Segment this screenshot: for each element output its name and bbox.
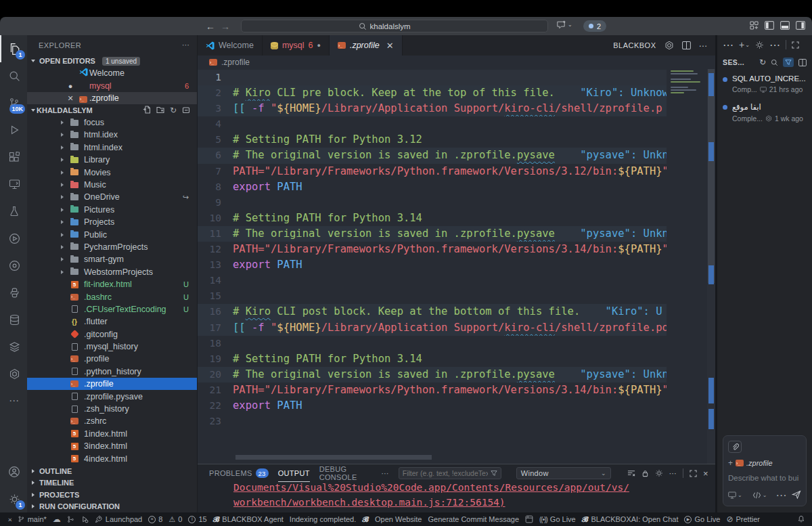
- tree-item-1index.html[interactable]: 51index.html: [27, 428, 197, 440]
- python-icon[interactable]: [0, 279, 27, 306]
- tree-item-.CFUserTextEncoding[interactable]: .CFUserTextEncodingU: [27, 303, 197, 315]
- toggle-secondary-sidebar-icon[interactable]: [796, 21, 805, 30]
- code-line-21[interactable]: 21PATH="/Library/Frameworks/Python.frame…: [198, 382, 667, 398]
- new-file-icon[interactable]: [143, 106, 151, 114]
- attach-button[interactable]: [728, 441, 742, 453]
- code-line-23[interactable]: 23: [198, 414, 667, 429]
- output-line[interactable]: workbench/workbench.desktop.main.js:712:…: [233, 495, 715, 510]
- chat-placeholder[interactable]: Describe what to bui: [728, 474, 801, 482]
- overview-ruler[interactable]: [707, 69, 715, 464]
- remote-status-item[interactable]: ›‹: [8, 516, 12, 523]
- info-status-item[interactable]: i15: [188, 515, 206, 523]
- code-editor[interactable]: 12# Kiro CLI pre block. Keep at the top …: [198, 69, 715, 464]
- tree-item-.bashrc[interactable]: ›_.bashrcU: [27, 290, 197, 303]
- circle-play-icon[interactable]: [0, 225, 27, 252]
- tree-item-Pictures[interactable]: Pictures: [27, 204, 197, 216]
- code-line-15[interactable]: 15: [198, 288, 667, 304]
- git-merge-status-item[interactable]: [67, 515, 74, 524]
- close-icon[interactable]: ✕: [386, 41, 394, 51]
- more-icon[interactable]: ⋯: [775, 489, 786, 502]
- code-line-11[interactable]: 11# The original version is saved in .zp…: [198, 226, 667, 242]
- collapse-folders-icon[interactable]: [182, 106, 190, 114]
- code-line-3[interactable]: 3[[ -f "${HOME}/Library/Application Supp…: [198, 101, 667, 116]
- code-line-12[interactable]: 12PATH="/Library/Frameworks/Python.frame…: [198, 242, 667, 257]
- open-editor-welcome[interactable]: Welcome: [27, 67, 197, 80]
- tree-item-.zsh_history[interactable]: .zsh_history: [27, 403, 197, 415]
- search-input[interactable]: [370, 22, 431, 30]
- git-branch-status-item[interactable]: main*: [18, 515, 47, 524]
- tree-item-.mysql_history[interactable]: .mysql_history: [27, 341, 197, 353]
- expand-panel-icon[interactable]: [792, 41, 799, 49]
- tab-zprofile[interactable]: ›_ .zprofile ✕: [330, 35, 403, 56]
- new-folder-icon[interactable]: [156, 106, 164, 114]
- gear-icon[interactable]: [655, 469, 663, 477]
- flash-status-item[interactable]: 𝓑BLACKBOX Agent: [213, 515, 284, 524]
- attached-file-chip[interactable]: + ›_ .zprofile: [728, 458, 801, 468]
- toggle-sidebar-icon[interactable]: [765, 21, 774, 30]
- session-item[interactable]: ابفا موقع Comple... 1 wk ago: [723, 102, 807, 123]
- tab-welcome[interactable]: Welcome: [198, 35, 263, 56]
- gear-icon[interactable]: [755, 41, 764, 49]
- tree-item-.zshrc[interactable]: ›_.zshrc: [27, 415, 197, 427]
- code-line-2[interactable]: 2# Kiro CLI pre block. Keep at the top o…: [198, 85, 667, 101]
- code-line-16[interactable]: 16# Kiro CLI post block. Keep at the bot…: [198, 304, 667, 320]
- filter-input[interactable]: [403, 469, 488, 477]
- modified-dot-icon[interactable]: ●: [66, 82, 75, 90]
- clear-output-icon[interactable]: [627, 470, 635, 477]
- code-line-8[interactable]: 8export PATH: [198, 179, 667, 195]
- circle-eye-icon[interactable]: [0, 252, 27, 279]
- more-actions-icon[interactable]: ⋯: [699, 41, 708, 51]
- workspace-header[interactable]: KHALDALSLYM ↻: [27, 104, 197, 116]
- horizontal-scrollbar[interactable]: [235, 455, 641, 460]
- breadcrumb[interactable]: ›_ .zprofile: [198, 56, 715, 69]
- search-icon[interactable]: [771, 59, 778, 66]
- open-editor-zprofile[interactable]: ✕ ›_ .zprofile: [27, 92, 197, 105]
- rocket-status-item[interactable]: Launchpad: [95, 515, 142, 523]
- tree-item-html.index[interactable]: html.index: [27, 141, 197, 154]
- send-icon[interactable]: [792, 489, 801, 502]
- code-line-6[interactable]: 6# The original version is saved in .zpr…: [198, 148, 667, 163]
- more-icon[interactable]: ⋯: [769, 39, 780, 51]
- open-editors-header[interactable]: OPEN EDITORS 1 unsaved: [27, 55, 197, 67]
- tab-mysql[interactable]: mysql 6 ●: [263, 35, 330, 56]
- filter-toggle-active[interactable]: [783, 58, 794, 67]
- bell-status-item[interactable]: [797, 515, 805, 523]
- tree-item-Music[interactable]: Music: [27, 179, 197, 191]
- play-status-item[interactable]: ▶Go Live: [684, 515, 720, 523]
- status-item[interactable]: Open Website: [375, 515, 422, 523]
- tree-item-PycharmProjects[interactable]: PycharmProjects: [27, 241, 197, 253]
- split-editor-icon[interactable]: [682, 41, 691, 49]
- tree-item-.zprofile[interactable]: ›_.zprofile: [27, 378, 197, 390]
- slash-status-item[interactable]: ⊘Prettier: [726, 514, 760, 524]
- tree-item-.flutter[interactable]: {}.flutter: [27, 315, 197, 328]
- browser-status-item[interactable]: [525, 515, 533, 523]
- toggle-panel-icon[interactable]: [780, 21, 790, 30]
- source-control-icon[interactable]: 10K: [0, 89, 27, 116]
- session-item[interactable]: SQL AUTO_INCRE... Comp... 21 hrs ago: [723, 74, 807, 93]
- code-line-5[interactable]: 5# Setting PATH for Python 3.12: [198, 132, 667, 148]
- tree-item-.python_history[interactable]: .python_history: [27, 366, 197, 378]
- account-icon[interactable]: [0, 458, 27, 485]
- maximize-panel-icon[interactable]: [690, 470, 697, 477]
- flash-status-item[interactable]: 𝓑: [362, 515, 369, 524]
- code-line-10[interactable]: 10# Setting PATH for Python 3.14: [198, 211, 667, 226]
- explorer-more-icon[interactable]: ⋯: [182, 41, 190, 49]
- refresh-icon[interactable]: ↻: [759, 58, 766, 67]
- more-icon[interactable]: ⋯: [723, 39, 734, 51]
- tree-item-3index.html[interactable]: 53index.html: [27, 440, 197, 452]
- chat-input-box[interactable]: + ›_ .zprofile Describe what to bui ⌄ ⌄ …: [723, 435, 807, 506]
- explorer-icon[interactable]: 1: [0, 35, 27, 62]
- code-line-17[interactable]: 17[[ -f "${HOME}/Library/Application Sup…: [198, 320, 667, 336]
- code-line-7[interactable]: 7PATH="/Library/Frameworks/Python.framew…: [198, 164, 667, 179]
- database-icon[interactable]: [0, 306, 27, 333]
- debug-status-item[interactable]: [81, 515, 89, 523]
- new-session-button[interactable]: +⌄: [739, 39, 750, 50]
- output-log[interactable]: Documents/Visual%20Studio%20Code.app/Con…: [198, 480, 715, 512]
- close-panel-icon[interactable]: ×: [703, 468, 708, 479]
- modified-dot-icon[interactable]: ●: [317, 42, 320, 49]
- code-line-19[interactable]: 19# Setting PATH for Python 3.14: [198, 351, 667, 367]
- section-timeline[interactable]: TIMELINE: [27, 477, 197, 489]
- warning-status-item[interactable]: ⚠0: [168, 515, 182, 524]
- section-run-configuration[interactable]: RUN CONFIGURATION: [27, 500, 197, 512]
- remote-explorer-icon[interactable]: [0, 171, 27, 198]
